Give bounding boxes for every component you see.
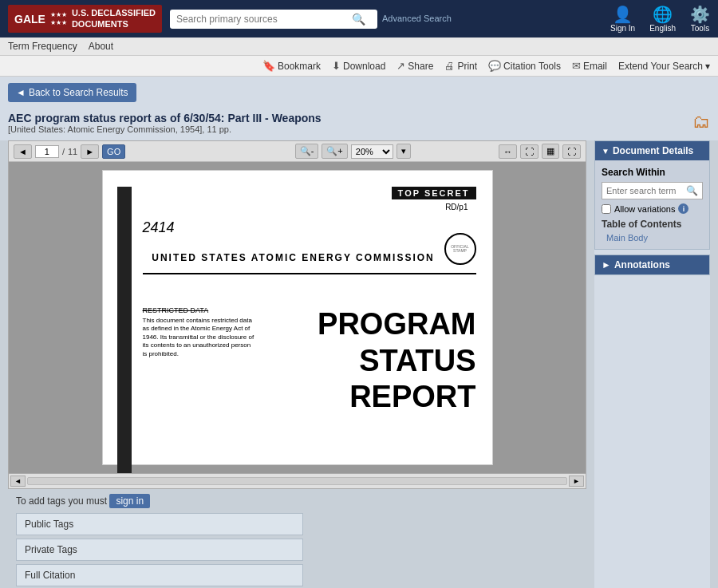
tools-label: Tools	[691, 24, 709, 33]
zoom-in-btn[interactable]: 🔍+	[322, 144, 347, 159]
restricted-title: RESTRICTED DATA	[143, 306, 254, 314]
tags-signin-text: To add tags you must sign in	[16, 494, 578, 508]
rd-ref: RD/p1	[445, 203, 467, 211]
page-number-input[interactable]	[35, 145, 59, 158]
allow-variations-checkbox[interactable]	[602, 204, 611, 214]
toc-section: Table of Contents Main Body	[602, 219, 703, 243]
h-scrollbar[interactable]: ◄ ►	[9, 473, 586, 488]
zoom-dropdown-btn[interactable]: ▾	[396, 144, 411, 159]
document-details-header[interactable]: ▼ Document Details	[595, 141, 709, 160]
search-within-icon: 🔍	[686, 185, 698, 196]
signin-label: Sign In	[610, 24, 635, 33]
doc-page: TOP SECRET RD/p1 2414 UNITED STATES ATOM…	[102, 170, 493, 465]
fullscreen-btn[interactable]: ⛶	[562, 144, 581, 159]
viewer-toolbar: ◄ / 11 ► GO 🔍- 🔍+ 20% 50% 100% ▾ ↔ ⛶ ▦	[9, 141, 586, 162]
go-button[interactable]: GO	[102, 144, 125, 159]
signin-link-btn[interactable]: sign in	[109, 494, 150, 508]
print-btn[interactable]: 🖨 Print	[444, 60, 477, 72]
restricted-section: RESTRICTED DATA This document contains r…	[143, 306, 476, 416]
share-btn[interactable]: ↗ Share	[396, 60, 433, 72]
signin-nav-item[interactable]: 👤 Sign In	[610, 5, 635, 33]
next-page-btn[interactable]: ►	[81, 144, 99, 159]
search-within-input[interactable]	[606, 186, 686, 195]
allow-variations-label: Allow variations	[614, 204, 675, 214]
search-within-field[interactable]: 🔍	[602, 182, 703, 199]
email-icon: ✉	[572, 60, 581, 72]
citation-icon: 💬	[488, 60, 501, 72]
main-area: ◄ / 11 ► GO 🔍- 🔍+ 20% 50% 100% ▾ ↔ ⛶ ▦	[0, 140, 718, 588]
toc-main-body-link[interactable]: Main Body	[606, 233, 703, 243]
search-within-label: Search Within	[602, 167, 703, 178]
folder-icon[interactable]: 🗂	[692, 112, 710, 132]
back-arrow-icon: ◄	[16, 87, 26, 98]
document-details-panel: ▼ Document Details Search Within 🔍 Allow…	[594, 140, 710, 250]
top-secret-stamp: TOP SECRET	[392, 187, 476, 199]
term-frequency-link[interactable]: Term Frequency	[8, 41, 77, 52]
info-icon[interactable]: i	[678, 203, 688, 214]
fit-width-btn[interactable]: ↔	[499, 144, 517, 159]
annotations-panel: ► Annotations	[594, 255, 710, 275]
prev-page-btn[interactable]: ◄	[14, 144, 32, 159]
search-button[interactable]: 🔍	[352, 13, 365, 26]
globe-icon: 🌐	[653, 5, 673, 24]
thumbnails-btn[interactable]: ▦	[542, 144, 559, 159]
about-link[interactable]: About	[89, 41, 113, 52]
collapse-arrow-icon: ▼	[602, 147, 610, 156]
bookmark-btn[interactable]: 🔖 Bookmark	[262, 60, 321, 72]
extend-search-btn[interactable]: Extend Your Search ▾	[618, 61, 710, 72]
page-total: 11	[68, 147, 77, 156]
toc-label: Table of Contents	[602, 219, 703, 230]
doc-title: AEC program status report as of 6/30/54:…	[8, 112, 322, 124]
download-btn[interactable]: ⬇ Download	[332, 60, 385, 72]
viewer-container: ◄ / 11 ► GO 🔍- 🔍+ 20% 50% 100% ▾ ↔ ⛶ ▦	[8, 140, 586, 489]
citation-tools-btn[interactable]: 💬 Citation Tools	[488, 60, 561, 72]
doc-agency: UNITED STATES ATOMIC ENERGY COMMISSION	[143, 252, 444, 263]
brand-subtitle: U.S. DECLASSIFIEDDOCUMENTS	[72, 8, 156, 29]
doc-left-bar	[117, 187, 132, 473]
secondary-nav: Term Frequency About	[0, 37, 718, 56]
scrollbar-track[interactable]	[27, 477, 567, 485]
allow-variations-row: Allow variations i	[602, 203, 703, 214]
program-title: PROGRAM STATUS REPORT	[270, 306, 476, 416]
language-nav-item[interactable]: 🌐 English	[649, 5, 676, 33]
back-to-results-button[interactable]: ◄ Back to Search Results	[8, 83, 136, 102]
zoom-out-btn[interactable]: 🔍-	[295, 144, 319, 159]
zoom-select[interactable]: 20% 50% 100%	[351, 144, 393, 159]
gear-icon: ⚙️	[690, 5, 710, 24]
annotations-label: Annotations	[614, 259, 670, 270]
scroll-left-btn[interactable]: ◄	[10, 476, 26, 487]
logo-stars: ★★★ ★★★	[50, 11, 67, 26]
doc-content: TOP SECRET RD/p1 2414 UNITED STATES ATOM…	[143, 187, 476, 416]
chevron-down-icon: ▾	[705, 61, 710, 72]
doc-number: 2414	[143, 219, 476, 236]
back-area: ◄ Back to Search Results	[0, 77, 718, 109]
scroll-right-btn[interactable]: ►	[569, 476, 584, 487]
document-details-body: Search Within 🔍 Allow variations i Table…	[595, 160, 709, 249]
top-nav: GALE ★★★ ★★★ U.S. DECLASSIFIEDDOCUMENTS …	[0, 0, 718, 37]
tools-nav-item[interactable]: ⚙️ Tools	[690, 5, 710, 33]
search-area: 🔍 Advanced Search	[170, 10, 602, 29]
restricted-text: This document contains restricted data a…	[143, 317, 254, 358]
private-tags-section: Private Tags	[16, 539, 303, 561]
fit-page-btn[interactable]: ⛶	[520, 144, 538, 159]
advanced-search-link[interactable]: Advanced Search	[382, 14, 452, 24]
circular-stamp: OFFICIALSTAMP	[444, 233, 476, 265]
doc-citation: [United States: Atomic Energy Commission…	[8, 124, 322, 134]
bookmark-icon: 🔖	[262, 60, 275, 72]
language-label: English	[649, 24, 676, 33]
annotations-arrow-icon: ►	[602, 259, 611, 270]
right-panel: ▼ Document Details Search Within 🔍 Allow…	[594, 140, 710, 588]
user-icon: 👤	[613, 5, 633, 24]
gale-logo-text: GALE	[14, 13, 45, 26]
doc-page-area[interactable]: TOP SECRET RD/p1 2414 UNITED STATES ATOM…	[9, 162, 586, 473]
share-icon: ↗	[396, 60, 405, 72]
annotations-header[interactable]: ► Annotations	[595, 255, 709, 274]
email-btn[interactable]: ✉ Email	[572, 60, 607, 72]
nav-icons: 👤 Sign In 🌐 English ⚙️ Tools	[610, 5, 710, 33]
download-icon: ⬇	[332, 60, 341, 72]
restricted-notice: RESTRICTED DATA This document contains r…	[143, 306, 254, 358]
document-details-label: Document Details	[613, 145, 693, 156]
tags-area: To add tags you must sign in Public Tags…	[8, 489, 586, 588]
search-input[interactable]	[176, 14, 352, 25]
logo-area[interactable]: GALE ★★★ ★★★ U.S. DECLASSIFIEDDOCUMENTS	[8, 5, 162, 32]
